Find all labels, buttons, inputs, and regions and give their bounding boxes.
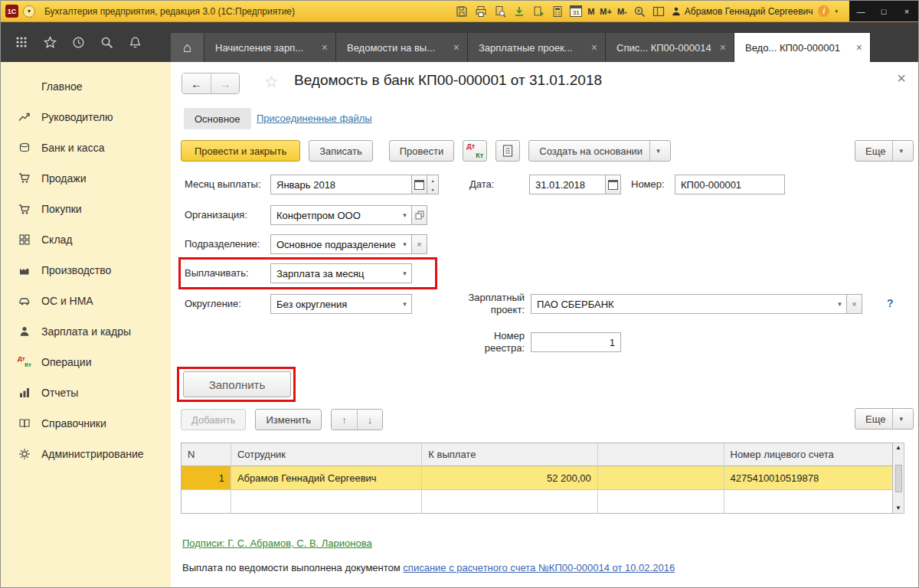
- dropdown-icon[interactable]: ▾: [398, 240, 411, 248]
- notifications-bell-icon[interactable]: [128, 35, 142, 49]
- calendar-picker-icon[interactable]: [606, 175, 621, 194]
- post-and-close-button[interactable]: Провести и закрыть: [181, 140, 300, 162]
- department-input[interactable]: Основное подразделение ▾: [270, 234, 412, 254]
- close-icon[interactable]: ×: [856, 41, 862, 54]
- move-up-button[interactable]: ↑: [332, 410, 357, 430]
- tab-salary-projects[interactable]: Зарплатные проек... ×: [468, 33, 606, 62]
- add-row-button[interactable]: Добавить: [181, 409, 246, 430]
- sidebar-item-main[interactable]: Главное: [1, 71, 171, 102]
- signatures-link[interactable]: Подписи: Г. С. Абрамов, С. В. Ларионова: [182, 537, 372, 549]
- table-row-empty[interactable]: [182, 490, 892, 513]
- sidebar-item-bank-cash[interactable]: Банк и касса: [1, 132, 171, 163]
- sidebar-item-administration[interactable]: Администрирование: [1, 439, 171, 469]
- sidebar-item-manager[interactable]: Руководителю: [1, 102, 171, 132]
- sidebar-item-sales[interactable]: Продажи: [1, 163, 171, 194]
- sidebar-item-operations[interactable]: ДтКт Операции: [1, 347, 171, 377]
- header-account[interactable]: Номер лицевого счета: [724, 443, 893, 466]
- salary-project-input[interactable]: ПАО СБЕРБАНК ▾: [531, 294, 847, 314]
- sidebar-item-production[interactable]: Производство: [1, 255, 171, 286]
- save-button[interactable]: Записать: [309, 140, 373, 162]
- fill-button[interactable]: Заполнить: [183, 371, 291, 397]
- tab-payment-sheets[interactable]: Ведомости на вы... ×: [336, 33, 468, 62]
- sidebar-item-warehouse[interactable]: Склад: [1, 224, 171, 255]
- rounding-input[interactable]: Без округления ▾: [270, 294, 412, 314]
- calendar-icon[interactable]: 31: [570, 5, 582, 17]
- maximize-button[interactable]: □: [872, 1, 895, 21]
- header-n[interactable]: N: [182, 443, 231, 466]
- print-preview-icon[interactable]: [493, 5, 507, 18]
- panels-icon[interactable]: [652, 5, 666, 18]
- menu-grid-icon[interactable]: [15, 35, 28, 49]
- history-icon[interactable]: [71, 35, 85, 49]
- organization-input[interactable]: Конфетпром ООО ▾: [270, 205, 412, 225]
- info-icon[interactable]: i: [818, 5, 829, 17]
- more-button[interactable]: Еще ▾: [855, 140, 914, 162]
- date-input[interactable]: 31.01.2018: [529, 175, 606, 194]
- tab-current-sheet[interactable]: Ведо... КП00-000001 ×: [734, 33, 871, 62]
- month-spinner[interactable]: ▴ ▾: [427, 175, 439, 194]
- table-scrollbar[interactable]: ▲ ▼: [893, 443, 904, 514]
- sidebar-item-reports[interactable]: Отчеты: [1, 377, 171, 408]
- window-close-button[interactable]: ×: [895, 1, 918, 21]
- sidebar-item-fixed-assets[interactable]: ОС и НМА: [1, 286, 171, 316]
- pay-input[interactable]: Зарплата за месяц ▾: [270, 263, 412, 283]
- current-user[interactable]: Абрамов Геннадий Сергеевич: [671, 6, 813, 17]
- home-tab[interactable]: ⌂: [171, 33, 204, 62]
- sidebar-item-purchases[interactable]: Покупки: [1, 194, 171, 224]
- export-icon[interactable]: [512, 5, 526, 18]
- form-close-button[interactable]: ×: [897, 70, 906, 87]
- scroll-up-icon[interactable]: ▲: [895, 445, 901, 451]
- calendar-picker-icon[interactable]: [412, 175, 427, 194]
- calculator-icon[interactable]: [551, 5, 564, 18]
- tab-salary-accruals[interactable]: Начисления зарп... ×: [204, 33, 336, 62]
- search-icon[interactable]: [100, 35, 113, 49]
- dropdown-icon[interactable]: ▾: [833, 300, 846, 308]
- close-icon[interactable]: ×: [591, 41, 597, 54]
- close-icon[interactable]: ×: [322, 41, 328, 54]
- print-icon[interactable]: [474, 5, 488, 18]
- memory-m-minus-button[interactable]: M-: [617, 7, 627, 16]
- registry-number-input[interactable]: 1: [531, 332, 621, 352]
- cell-employee[interactable]: Абрамов Геннадий Сергеевич: [231, 466, 422, 490]
- header-employee[interactable]: Сотрудник: [231, 443, 422, 466]
- grid-more-button[interactable]: Еще ▾: [855, 408, 914, 430]
- help-icon[interactable]: ?: [887, 297, 894, 309]
- favorites-star-icon[interactable]: [43, 35, 57, 49]
- month-input[interactable]: Январь 2018: [270, 175, 412, 194]
- cell-amount[interactable]: 52 200,00: [422, 466, 598, 490]
- dtkt-postings-button[interactable]: Дт Кт: [463, 140, 487, 162]
- header-amount[interactable]: К выплате: [422, 443, 598, 466]
- save-icon[interactable]: [455, 5, 469, 18]
- zoom-icon[interactable]: [633, 5, 646, 18]
- close-icon[interactable]: ×: [720, 41, 726, 54]
- info-dropdown-icon[interactable]: ▾: [835, 8, 838, 15]
- sidebar-item-salary-hr[interactable]: Зарплата и кадры: [1, 316, 171, 347]
- document-register-button[interactable]: [495, 140, 520, 162]
- scroll-thumb[interactable]: [895, 465, 902, 492]
- clear-icon[interactable]: ×: [412, 234, 427, 254]
- open-item-icon[interactable]: [412, 205, 427, 225]
- number-input[interactable]: КП00-000001: [675, 175, 785, 194]
- writeoff-document-link[interactable]: списание с расчетного счета №КП00-000014…: [403, 562, 675, 573]
- cell-spacer[interactable]: [598, 466, 724, 490]
- scroll-down-icon[interactable]: ▼: [895, 505, 901, 511]
- dropdown-icon[interactable]: ▾: [398, 270, 411, 277]
- forward-button[interactable]: →: [211, 74, 239, 93]
- post-button[interactable]: Провести: [389, 140, 455, 162]
- dropdown-icon[interactable]: ▾: [398, 300, 411, 308]
- import-icon[interactable]: [531, 5, 545, 18]
- back-button[interactable]: ←: [182, 74, 211, 93]
- main-menu-button[interactable]: ▼: [23, 5, 35, 18]
- dropdown-icon[interactable]: ▾: [398, 211, 411, 219]
- create-based-on-button[interactable]: Создать на основании ▾: [528, 140, 670, 162]
- edit-row-button[interactable]: Изменить: [255, 409, 322, 430]
- minimize-button[interactable]: —: [849, 1, 872, 21]
- cell-n[interactable]: 1: [182, 466, 231, 490]
- memory-m-plus-button[interactable]: M+: [600, 7, 612, 16]
- sidebar-item-references[interactable]: Справочники: [1, 408, 171, 439]
- tab-main-section[interactable]: Основное: [184, 108, 251, 129]
- clear-icon[interactable]: ×: [847, 294, 862, 314]
- tab-attached-files-link[interactable]: Присоединенные файлы: [257, 113, 372, 124]
- table-row-selected[interactable]: 1 Абрамов Геннадий Сергеевич 52 200,00 4…: [182, 466, 892, 490]
- move-down-button[interactable]: ↓: [357, 410, 382, 430]
